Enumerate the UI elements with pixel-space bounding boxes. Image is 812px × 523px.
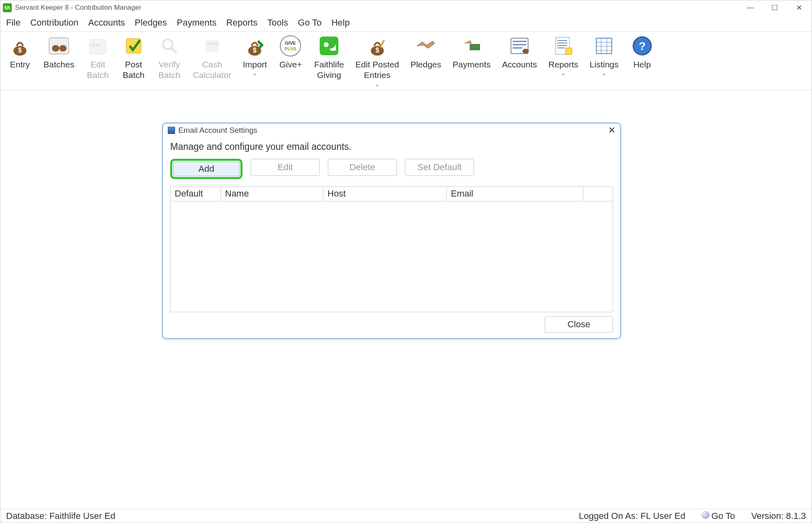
globe-icon — [702, 511, 710, 519]
col-default[interactable]: Default — [171, 187, 221, 201]
toolbar-label: Cash Calculator — [193, 59, 232, 81]
close-window-button[interactable]: ✕ — [793, 3, 805, 12]
batches-icon — [47, 34, 71, 58]
edit-button[interactable]: Edit — [251, 159, 320, 176]
menubar: FileContributionAccountsPledgesPaymentsR… — [0, 15, 812, 32]
col-spacer — [583, 187, 613, 201]
dialog-description: Manage and configure your email accounts… — [170, 141, 613, 152]
toolbar-listings[interactable]: Listings⌄ — [590, 34, 619, 76]
dialog-title-text: Email Account Settings — [178, 126, 257, 135]
toolbar-label: Help — [633, 59, 651, 70]
calendar-icon — [86, 34, 110, 58]
toolbar: $EntryBatchesEdit BatchPost BatchVerify … — [0, 32, 812, 90]
set-default-button[interactable]: Set Default — [405, 159, 474, 176]
status-logged-on: Logged On As: FL User Ed — [579, 511, 685, 521]
close-button[interactable]: Close — [545, 316, 613, 333]
content-area: Email Account Settings ✕ Manage and conf… — [0, 90, 812, 509]
toolbar-give+[interactable]: GIVEPLUS+Give+ — [278, 34, 303, 70]
svg-rect-2 — [49, 38, 69, 54]
svg-rect-24 — [470, 44, 480, 50]
toolbar-pledges[interactable]: Pledges — [410, 34, 441, 70]
chevron-down-icon: ⌄ — [375, 81, 380, 87]
listings-icon — [592, 34, 616, 58]
menu-file[interactable]: File — [6, 17, 20, 28]
svg-text:$: $ — [375, 47, 379, 54]
svg-text:?: ? — [639, 40, 645, 52]
dialog-close-icon[interactable]: ✕ — [608, 125, 615, 136]
svg-point-3 — [52, 45, 59, 52]
toolbar-label: Edit Batch — [87, 59, 109, 81]
toolbar-label: Edit Posted Entries — [355, 59, 399, 81]
col-host[interactable]: Host — [323, 187, 447, 201]
menu-payments[interactable]: Payments — [177, 17, 217, 28]
import-icon: $ — [243, 34, 266, 58]
window-title: Servant Keeper 8 - Contribution Manager — [15, 4, 141, 12]
toolbar-import[interactable]: $Import⌄ — [243, 34, 267, 76]
editposted-icon: $ — [366, 34, 389, 58]
maximize-button[interactable]: ☐ — [769, 3, 781, 12]
statusbar: Database: Faithlife User Ed Logged On As… — [0, 509, 812, 523]
toolbar-accounts[interactable]: Accounts — [502, 34, 537, 70]
add-button-highlight: Add — [170, 159, 243, 179]
svg-text:PLUS: PLUS — [285, 46, 297, 51]
svg-line-10 — [171, 48, 177, 53]
toolbar-post-batch[interactable]: Post Batch — [121, 34, 146, 81]
verify-icon — [158, 34, 181, 58]
svg-rect-12 — [207, 43, 217, 45]
toolbar-label: Batches — [43, 59, 74, 70]
menu-pledges[interactable]: Pledges — [135, 17, 167, 28]
toolbar-faithlife-giving[interactable]: Faithlife Giving — [314, 34, 344, 81]
payments-icon — [460, 34, 483, 58]
chevron-down-icon: ⌄ — [602, 70, 606, 76]
menu-accounts[interactable]: Accounts — [88, 17, 125, 28]
toolbar-edit-posted-entries[interactable]: $Edit Posted Entries⌄ — [355, 34, 399, 87]
status-version: Version: 8.1.3 — [751, 511, 806, 521]
col-email[interactable]: Email — [447, 187, 583, 201]
toolbar-edit-batch: Edit Batch — [86, 34, 110, 81]
svg-text:$: $ — [18, 47, 22, 54]
svg-rect-36 — [596, 38, 612, 54]
delete-button[interactable]: Delete — [328, 159, 397, 176]
reports-icon — [552, 34, 575, 58]
menu-help[interactable]: Help — [331, 17, 350, 28]
toolbar-label: Pledges — [410, 59, 441, 70]
toolbar-label: Payments — [453, 59, 490, 70]
menu-contribution[interactable]: Contribution — [30, 17, 78, 28]
help-icon: ? — [630, 34, 654, 58]
titlebar: SK Servant Keeper 8 - Contribution Manag… — [0, 0, 812, 15]
toolbar-cash-calculator: Cash Calculator — [193, 34, 232, 81]
email-settings-dialog: Email Account Settings ✕ Manage and conf… — [162, 123, 621, 339]
toolbar-label: Listings — [590, 59, 619, 70]
menu-go-to[interactable]: Go To — [298, 17, 321, 28]
col-name[interactable]: Name — [221, 187, 323, 201]
app-icon: SK — [3, 3, 12, 12]
toolbar-help[interactable]: ?Help — [630, 34, 654, 70]
chevron-down-icon: ⌄ — [561, 70, 566, 76]
accounts-icon — [508, 34, 531, 58]
minimize-button[interactable]: — — [744, 3, 756, 12]
svg-text:GIVE: GIVE — [285, 41, 296, 45]
svg-rect-7 — [96, 43, 100, 47]
giveplus-icon: GIVEPLUS+ — [279, 34, 302, 58]
accounts-grid[interactable]: Default Name Host Email — [170, 186, 613, 312]
toolbar-label: Verify Batch — [158, 59, 180, 81]
svg-text:$: $ — [253, 47, 257, 54]
add-button[interactable]: Add — [173, 162, 240, 176]
menu-reports[interactable]: Reports — [226, 17, 258, 28]
post-icon — [122, 34, 145, 58]
toolbar-label: Import — [243, 59, 267, 70]
toolbar-entry[interactable]: $Entry — [8, 34, 32, 70]
svg-text:+: + — [297, 37, 301, 43]
status-database: Database: Faithlife User Ed — [6, 511, 115, 521]
faithlife-icon — [317, 34, 341, 58]
chevron-down-icon: ⌄ — [252, 70, 257, 76]
svg-point-4 — [59, 45, 67, 52]
toolbar-reports[interactable]: Reports⌄ — [548, 34, 578, 76]
status-goto[interactable]: Go To — [702, 511, 735, 521]
toolbar-label: Give+ — [279, 59, 302, 70]
dialog-icon — [168, 127, 175, 134]
menu-tools[interactable]: Tools — [267, 17, 288, 28]
toolbar-batches[interactable]: Batches — [43, 34, 74, 70]
toolbar-payments[interactable]: Payments — [453, 34, 490, 70]
svg-point-29 — [522, 49, 529, 54]
